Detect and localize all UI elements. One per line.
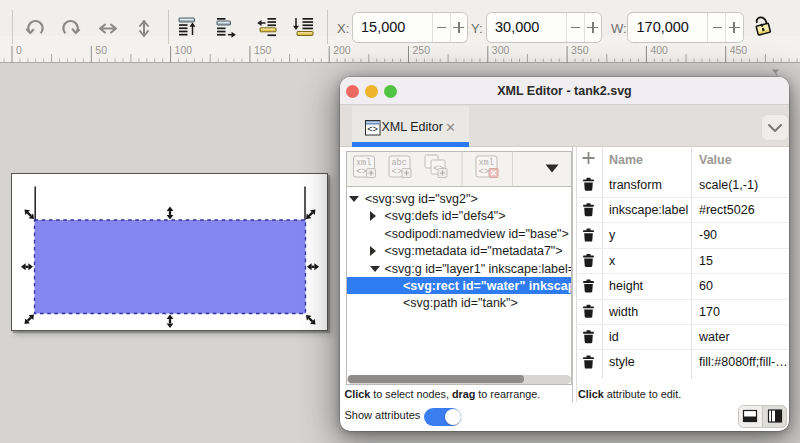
svg-text:<>: <> xyxy=(356,167,367,177)
svg-text:<>: <> xyxy=(392,167,403,177)
svg-text:<>: <> xyxy=(479,167,490,177)
